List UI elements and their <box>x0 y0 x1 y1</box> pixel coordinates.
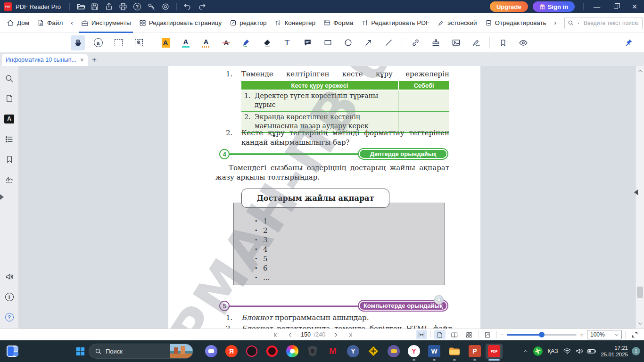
select-tool[interactable]: a <box>91 35 105 50</box>
prev-page-button[interactable] <box>287 331 294 338</box>
taskbar-search[interactable]: Поиск <box>89 344 193 359</box>
language-indicator[interactable]: ҚАЗ <box>544 348 561 354</box>
zoom-area-tool[interactable] <box>132 35 146 50</box>
new-tab-button[interactable]: + <box>88 54 101 66</box>
signature-tool[interactable] <box>469 35 483 50</box>
text-tool[interactable]: T <box>280 35 294 50</box>
hand-tool[interactable] <box>71 35 85 50</box>
outline-panel-icon[interactable] <box>4 133 15 145</box>
menu-scroll-right[interactable]: › <box>554 19 556 26</box>
taskbar-opera[interactable] <box>264 344 281 359</box>
close-button[interactable]: × <box>625 0 644 13</box>
vertical-scrollbar[interactable] <box>636 66 644 329</box>
scrollbar-thumb[interactable] <box>637 287 643 298</box>
zoom-out-button[interactable]: − <box>500 331 504 338</box>
taskbar-explorer[interactable] <box>446 344 463 359</box>
taskbar-chat[interactable] <box>203 344 220 359</box>
save-button[interactable] <box>88 0 102 13</box>
menu-home[interactable]: Дом <box>7 13 29 33</box>
upgrade-button[interactable]: Upgrade <box>490 1 528 12</box>
share-button[interactable] <box>102 0 116 13</box>
line-tool[interactable] <box>381 35 396 50</box>
two-page-button[interactable] <box>449 330 460 339</box>
fullscreen-button[interactable] <box>629 330 640 339</box>
undo-button[interactable] <box>181 0 195 13</box>
first-page-button[interactable] <box>272 331 280 338</box>
page-scroll-mode-button[interactable] <box>482 330 493 339</box>
info-icon[interactable]: i <box>4 291 15 303</box>
taskbar-pdf-reader-active[interactable]: PDF <box>486 344 503 359</box>
search-input[interactable] <box>583 19 639 27</box>
marquee-select-tool[interactable] <box>111 35 125 50</box>
eraser-tool[interactable] <box>260 35 274 50</box>
password-key-button[interactable] <box>144 0 158 13</box>
taskbar-m-app[interactable]: М <box>324 344 341 359</box>
tab-close-icon[interactable]: × <box>80 56 84 64</box>
panel-expander-icon[interactable] <box>634 189 638 195</box>
scroll-down-icon[interactable] <box>637 320 644 327</box>
scroll-up-icon[interactable] <box>637 68 644 74</box>
menu-file[interactable]: Файл <box>37 13 63 33</box>
pen-tool[interactable] <box>239 35 254 50</box>
taskbar-word[interactable]: W <box>426 344 443 359</box>
document-tab[interactable]: Информатика 10 сынып... × <box>2 54 88 66</box>
taskbar-yandex-red[interactable]: Я <box>223 344 240 359</box>
zoom-slider[interactable] <box>507 334 577 336</box>
taskbar-yandex-browser[interactable]: Y <box>405 344 422 359</box>
menu-converter[interactable]: Конвертер <box>274 13 315 33</box>
last-page-button[interactable] <box>347 331 354 338</box>
rectangle-tool[interactable] <box>321 35 335 50</box>
highlight-tool[interactable]: A <box>158 35 173 50</box>
help-button[interactable]: ? <box>130 0 144 13</box>
arrow-tool[interactable] <box>361 35 375 50</box>
page-number-input[interactable]: 150 <box>301 331 311 338</box>
menu-tools[interactable]: Инструменты <box>81 13 131 33</box>
menu-edited-doc[interactable]: Отредактировать <box>485 13 546 33</box>
read-aloud-icon[interactable] <box>4 271 15 282</box>
taskbar-powerpoint[interactable]: P <box>466 344 483 359</box>
thumbnails-panel-icon[interactable] <box>4 93 15 104</box>
minimize-button[interactable]: — <box>587 0 606 13</box>
underline-tool[interactable]: A <box>179 35 193 50</box>
tray-antivirus-icon[interactable] <box>532 340 544 362</box>
taskbar-opera-gx[interactable] <box>243 344 260 359</box>
page-grid-button[interactable] <box>463 330 475 339</box>
ellipse-tool[interactable] <box>341 35 355 50</box>
menu-editor[interactable]: редактор <box>230 13 266 33</box>
redo-button[interactable] <box>195 0 209 13</box>
zoom-in-button[interactable]: + <box>580 331 584 338</box>
annotations-panel-icon[interactable]: A <box>4 113 15 124</box>
fit-width-button[interactable] <box>416 330 427 339</box>
start-button[interactable] <box>72 344 89 359</box>
print-button[interactable] <box>116 0 130 13</box>
preview-eye-tool[interactable] <box>516 35 530 50</box>
strikeout-tool[interactable]: A <box>219 35 233 50</box>
taskbar-swirl-app[interactable] <box>284 344 301 359</box>
menu-form[interactable]: Форма <box>323 13 353 33</box>
notification-badge[interactable]: 1 <box>632 347 640 355</box>
comment-tool[interactable] <box>300 35 314 50</box>
clock[interactable]: 17:21 25.01.2025 <box>601 345 628 358</box>
single-page-button[interactable] <box>434 330 446 339</box>
wifi-icon[interactable] <box>561 340 573 362</box>
squiggly-tool[interactable]: A <box>199 35 213 50</box>
battery-icon[interactable] <box>586 340 598 362</box>
bookmarks-panel-icon[interactable] <box>4 154 15 165</box>
taskbar-crossing-sign[interactable] <box>365 344 382 359</box>
bookmark-tool[interactable] <box>496 35 510 50</box>
zoom-slider-thumb[interactable] <box>539 332 545 337</box>
settings-button[interactable] <box>158 0 173 13</box>
sign-in-button[interactable]: Sign in <box>533 1 575 12</box>
search-box[interactable] <box>564 17 643 29</box>
search-panel-icon[interactable] <box>4 73 15 84</box>
menu-scroll-left[interactable]: ‹ <box>71 19 73 26</box>
sidebar-expander-icon[interactable] <box>0 194 4 200</box>
next-page-button[interactable] <box>332 331 339 338</box>
signatures-panel-icon[interactable] <box>4 174 15 185</box>
tray-chevron-icon[interactable] <box>520 340 532 362</box>
zoom-level-select[interactable]: 100% <box>587 330 622 339</box>
taskbar-y-navy[interactable]: Y <box>345 344 362 359</box>
menu-edit-page[interactable]: Редактировать страницу <box>139 13 222 33</box>
link-tool[interactable] <box>408 35 422 50</box>
taskbar-wot[interactable] <box>304 344 321 359</box>
